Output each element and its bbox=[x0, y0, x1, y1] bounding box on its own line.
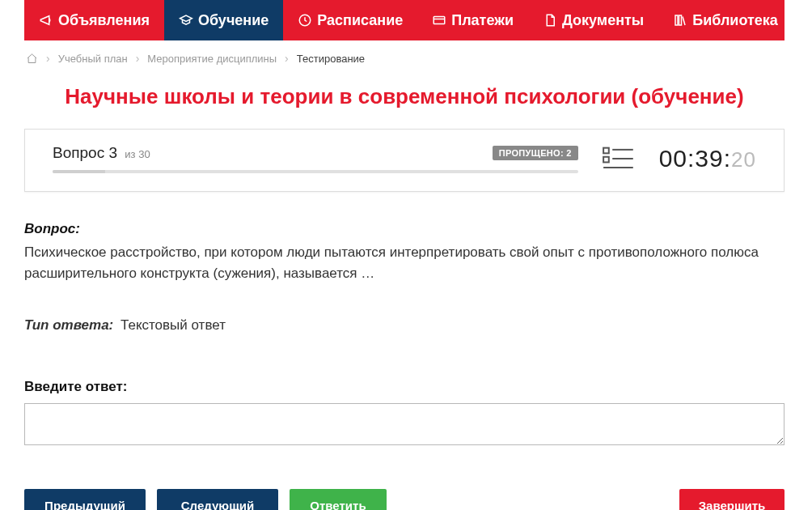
button-row: Предыдущий Следующий Ответить Завершить bbox=[24, 489, 785, 510]
question-label: Вопрос: bbox=[24, 221, 785, 237]
answer-type-row: Тип ответа: Текстовый ответ bbox=[24, 317, 785, 334]
prev-button[interactable]: Предыдущий bbox=[24, 489, 146, 510]
breadcrumb-link-plan[interactable]: Учебный план bbox=[58, 53, 128, 65]
academic-cap-icon bbox=[179, 13, 193, 28]
chevron-right-icon: › bbox=[136, 52, 140, 65]
status-card: Вопрос 3 из 30 ПРОПУЩЕНО: 2 bbox=[24, 129, 785, 192]
nav-item-documents[interactable]: Документы bbox=[528, 0, 658, 40]
nav-item-payments[interactable]: Платежи bbox=[417, 0, 528, 40]
svg-rect-4 bbox=[603, 148, 609, 154]
main-nav: Объявления Обучение Расписание bbox=[24, 0, 785, 40]
nav-label: Объявления bbox=[58, 12, 150, 29]
nav-label: Расписание bbox=[317, 12, 403, 29]
nav-label: Обучение bbox=[198, 12, 269, 29]
breadcrumb-link-event[interactable]: Мероприятие дисциплины bbox=[147, 53, 277, 65]
svg-rect-3 bbox=[679, 15, 682, 25]
progress-bar bbox=[53, 170, 578, 173]
nav-item-education[interactable]: Обучение bbox=[164, 0, 283, 40]
finish-button[interactable]: Завершить bbox=[679, 489, 785, 510]
nav-label: Платежи bbox=[451, 12, 514, 29]
home-icon[interactable] bbox=[26, 53, 38, 65]
breadcrumb-current: Тестирование bbox=[297, 53, 365, 65]
answer-input-label: Введите ответ: bbox=[24, 379, 785, 395]
nav-item-schedule[interactable]: Расписание bbox=[283, 0, 417, 40]
payment-icon bbox=[432, 13, 446, 28]
answer-type-value: Текстовый ответ bbox=[121, 317, 226, 333]
page-title: Научные школы и теории в современной пси… bbox=[24, 84, 785, 109]
skipped-badge: ПРОПУЩЕНО: 2 bbox=[493, 146, 578, 160]
library-icon bbox=[673, 13, 687, 28]
timer: 00:39:20 bbox=[659, 145, 756, 172]
svg-rect-2 bbox=[675, 15, 678, 25]
next-button[interactable]: Следующий bbox=[157, 489, 278, 510]
status-progress: Вопрос 3 из 30 ПРОПУЩЕНО: 2 bbox=[53, 144, 578, 173]
breadcrumb: › Учебный план › Мероприятие дисциплины … bbox=[24, 40, 785, 76]
svg-rect-5 bbox=[603, 157, 609, 163]
answer-input[interactable] bbox=[24, 403, 785, 445]
viewport[interactable]: Объявления Обучение Расписание bbox=[0, 0, 812, 510]
chevron-right-icon: › bbox=[285, 52, 289, 65]
chevron-down-icon bbox=[783, 12, 793, 29]
nav-item-library[interactable]: Библиотека bbox=[658, 0, 807, 40]
answer-type-label: Тип ответа: bbox=[24, 317, 113, 333]
megaphone-icon bbox=[39, 13, 53, 28]
progress-fill bbox=[53, 170, 105, 173]
nav-label: Документы bbox=[562, 12, 644, 29]
clock-icon bbox=[298, 13, 312, 28]
svg-rect-1 bbox=[433, 17, 445, 24]
submit-button[interactable]: Ответить bbox=[290, 489, 387, 510]
chevron-right-icon: › bbox=[46, 52, 50, 65]
nav-item-announcements[interactable]: Объявления bbox=[24, 0, 164, 40]
question-list-icon[interactable] bbox=[603, 146, 635, 172]
nav-label: Библиотека bbox=[692, 12, 778, 29]
question-text: Психическое расстройство, при котором лю… bbox=[24, 242, 785, 283]
document-icon bbox=[543, 13, 557, 28]
